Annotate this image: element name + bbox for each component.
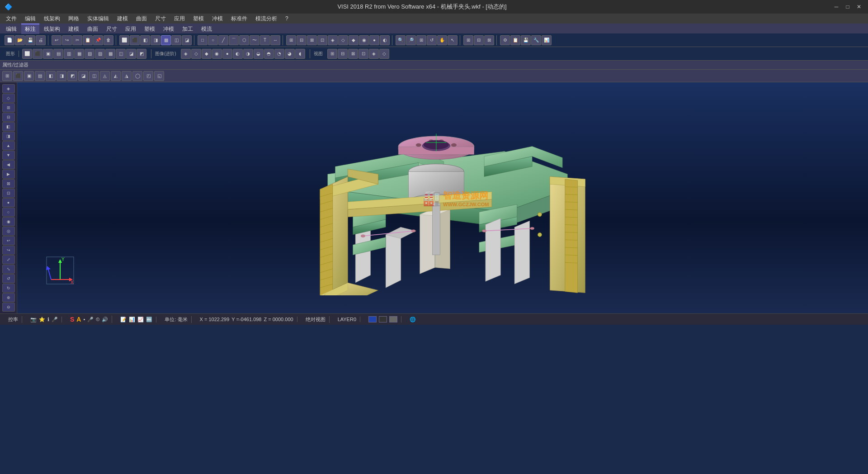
- tab-surface[interactable]: 曲面: [84, 24, 102, 34]
- tb-v6[interactable]: ◇: [379, 49, 389, 59]
- tb-view4[interactable]: ◨: [151, 35, 160, 45]
- tab-wireframe[interactable]: 线架构: [40, 24, 64, 34]
- tab-edit[interactable]: 编辑: [2, 24, 20, 34]
- tb-i3[interactable]: ◆: [202, 49, 212, 59]
- menu-die[interactable]: 冲模: [208, 14, 226, 24]
- tb-i1[interactable]: ◈: [181, 49, 191, 59]
- tb-s3[interactable]: ▣: [43, 49, 53, 59]
- lp-btn-8[interactable]: ▼: [2, 151, 15, 160]
- tb-rect[interactable]: □: [198, 35, 208, 45]
- lp-btn-16[interactable]: ◎: [2, 227, 15, 236]
- tb-view5[interactable]: ▩: [161, 35, 171, 45]
- tb-wp2[interactable]: ⊟: [474, 35, 484, 45]
- tb-s5[interactable]: ▥: [64, 49, 74, 59]
- tb-sys3[interactable]: 💾: [521, 35, 531, 45]
- tb-img2[interactable]: ⊟: [297, 35, 307, 45]
- tb-s9[interactable]: ▩: [105, 49, 115, 59]
- tb-undo[interactable]: ↩: [52, 35, 61, 45]
- status-icon-star[interactable]: ⭐: [39, 317, 45, 322]
- lp-btn-17[interactable]: ↩: [2, 236, 15, 245]
- lp-btn-22[interactable]: ↻: [2, 284, 15, 293]
- tb-r3-12[interactable]: ◮: [122, 71, 132, 81]
- tb-line[interactable]: ╱: [218, 35, 228, 45]
- tb-img3[interactable]: ⊠: [307, 35, 317, 45]
- tb-sys2[interactable]: 📋: [510, 35, 520, 45]
- tb-i5[interactable]: ●: [222, 49, 232, 59]
- color-box-2[interactable]: [379, 316, 387, 322]
- lp-btn-4[interactable]: ⊟: [2, 113, 15, 122]
- tb-pan[interactable]: ✋: [437, 35, 447, 45]
- lp-btn-18[interactable]: ↪: [2, 246, 15, 255]
- menu-mold[interactable]: 塑模: [189, 14, 208, 24]
- tb-r3-1[interactable]: ⊞: [2, 71, 12, 81]
- tab-flow[interactable]: 模流: [198, 24, 216, 34]
- tb-poly[interactable]: ⬡: [239, 35, 249, 45]
- tb-s4[interactable]: ▤: [53, 49, 63, 59]
- tb-r3-10[interactable]: ◬: [100, 71, 110, 81]
- menu-flow[interactable]: 模流分析: [252, 14, 281, 24]
- tb-v2[interactable]: ⊟: [338, 49, 348, 59]
- minimize-button[interactable]: ─: [832, 2, 841, 11]
- tb-i9[interactable]: ◓: [264, 49, 274, 59]
- tb-s12[interactable]: ◩: [137, 49, 146, 59]
- tb-arc[interactable]: ⌒: [229, 35, 239, 45]
- tb-r3-9[interactable]: ◫: [89, 71, 99, 81]
- status-icon-camera[interactable]: 📷: [30, 317, 37, 322]
- tb-s7[interactable]: ▧: [85, 49, 94, 59]
- tb-i12[interactable]: ◖: [295, 49, 305, 59]
- tb-s11[interactable]: ◪: [126, 49, 136, 59]
- tb-select[interactable]: ↖: [448, 35, 458, 45]
- menu-modeling[interactable]: 建模: [113, 14, 132, 24]
- menu-file[interactable]: 文件: [2, 14, 20, 24]
- color-box-3[interactable]: [389, 316, 397, 322]
- lp-btn-3[interactable]: ⊞: [2, 103, 15, 112]
- tb-img4[interactable]: ⊡: [317, 35, 327, 45]
- tb-view7[interactable]: ◪: [182, 35, 192, 45]
- tb-sys1[interactable]: ⚙: [500, 35, 510, 45]
- tb-cut[interactable]: ✂: [72, 35, 82, 45]
- tb-s10[interactable]: ◫: [116, 49, 126, 59]
- tab-modeling[interactable]: 建模: [65, 24, 83, 34]
- tb-r3-14[interactable]: ◰: [143, 71, 153, 81]
- menu-surface[interactable]: 曲面: [132, 14, 151, 24]
- tb-sys5[interactable]: 📊: [542, 35, 552, 45]
- menu-apply[interactable]: 应用: [170, 14, 189, 24]
- tb-view3[interactable]: ◧: [140, 35, 150, 45]
- tb-copy[interactable]: 📋: [83, 35, 93, 45]
- lp-btn-9[interactable]: ◀: [2, 160, 15, 169]
- menu-help[interactable]: ?: [282, 14, 292, 23]
- tb-v4[interactable]: ⊡: [359, 49, 368, 59]
- tb-dim[interactable]: ↔: [270, 35, 280, 45]
- tb-redo[interactable]: ↪: [62, 35, 72, 45]
- lp-btn-23[interactable]: ⊕: [2, 293, 15, 302]
- status-icon-info[interactable]: ℹ: [47, 317, 49, 322]
- tb-r3-2[interactable]: ⬛: [13, 71, 23, 81]
- tb-zoom-in[interactable]: 🔍: [396, 35, 406, 45]
- tb-zoom-out[interactable]: 🔎: [406, 35, 416, 45]
- tb-r3-13[interactable]: ◯: [132, 71, 142, 81]
- tb-i8[interactable]: ◒: [254, 49, 264, 59]
- tb-save[interactable]: 💾: [25, 35, 35, 45]
- tab-annotation[interactable]: 标注: [21, 24, 39, 34]
- tb-s6[interactable]: ▦: [74, 49, 84, 59]
- tb-r3-3[interactable]: ▣: [24, 71, 34, 81]
- viewport-3d[interactable]: 🏭 智造资源网 WWW.GCZJW.COM Y X: [17, 82, 868, 313]
- tb-v1[interactable]: ⊞: [327, 49, 337, 59]
- lp-btn-7[interactable]: ▲: [2, 141, 15, 150]
- lp-btn-2[interactable]: ◇: [2, 94, 15, 103]
- tb-circle[interactable]: ○: [208, 35, 218, 45]
- lp-btn-21[interactable]: ↺: [2, 274, 15, 283]
- lp-btn-19[interactable]: ⤢: [2, 255, 15, 264]
- tb-i10[interactable]: ◔: [274, 49, 284, 59]
- tb-wp3[interactable]: ⊠: [484, 35, 494, 45]
- tb-i6[interactable]: ◐: [233, 49, 243, 59]
- tab-machining[interactable]: 加工: [179, 24, 197, 34]
- tb-r3-15[interactable]: ◱: [154, 71, 164, 81]
- tb-v5[interactable]: ◈: [369, 49, 379, 59]
- tb-view2[interactable]: ⬛: [130, 35, 140, 45]
- tb-img10[interactable]: ◐: [380, 35, 390, 45]
- tb-r3-5[interactable]: ◧: [46, 71, 56, 81]
- menu-mesh[interactable]: 网格: [65, 14, 83, 24]
- menu-standard[interactable]: 标准件: [227, 14, 251, 24]
- tab-dim[interactable]: 尺寸: [103, 24, 121, 34]
